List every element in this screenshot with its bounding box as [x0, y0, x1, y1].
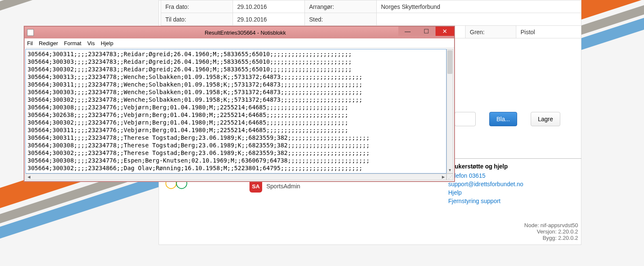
minimize-button[interactable]: — [398, 27, 417, 36]
support-phone[interactable]: Telefon 03615 [448, 171, 523, 180]
close-button[interactable]: ✕ [436, 27, 454, 36]
fra-dato-value: 29.10.2016 [233, 0, 305, 13]
til-dato-label: Til dato: [161, 13, 233, 26]
sted-value [377, 13, 581, 26]
button-row: Bla... Lagre [455, 112, 560, 126]
scroll-right-icon[interactable]: ▶ [440, 174, 446, 180]
gren-label: Gren: [466, 26, 516, 38]
menu-hjelp[interactable]: Hjelp [101, 40, 113, 46]
menu-vis[interactable]: Vis [87, 40, 95, 46]
support-email[interactable]: support@idrettsforbundet.no [448, 180, 523, 188]
notepad-app-icon [27, 29, 34, 36]
sportsadmin-icon: SA [249, 180, 262, 193]
notepad-titlebar[interactable]: ResultEntries305664 - Notisblokk — ☐ ✕ [25, 27, 454, 38]
horizontal-scrollbar[interactable]: ◀ ▶ [25, 174, 447, 180]
resize-grip-icon[interactable]: ⋰ [447, 174, 453, 180]
build-info-line: Bygg: 2.20.0.2 [524, 235, 578, 241]
gren-value: Pistol [516, 26, 581, 38]
scroll-down-icon[interactable]: ▼ [447, 167, 453, 173]
support-remote-link[interactable]: Fjernstyring support [448, 197, 523, 205]
notepad-textarea[interactable]: 305664;300311;;;;23234783;;Reidar;Øgreid… [25, 49, 447, 174]
scroll-thumb[interactable] [447, 50, 452, 74]
browse-button[interactable]: Bla... [489, 112, 517, 126]
fra-dato-label: Fra dato: [161, 0, 233, 13]
notepad-title: ResultEntries305664 - Notisblokk [36, 30, 454, 36]
arrangor-label: Arrangør: [305, 0, 377, 13]
vertical-scrollbar[interactable]: ▲ ▼ [447, 49, 453, 174]
node-info: Node: nif-appsrvdst50 [524, 222, 578, 228]
save-button[interactable]: Lagre [531, 112, 560, 126]
sted-label: Sted: [305, 13, 377, 26]
til-dato-value: 29.10.2016 [233, 13, 305, 26]
support-heading: Brukerstøtte og hjelp [448, 163, 523, 170]
menu-rediger[interactable]: Rediger [39, 40, 58, 46]
notepad-menubar: Fil Rediger Format Vis Hjelp [25, 38, 454, 48]
sportsadmin-label: SportsAdmin [266, 183, 300, 190]
file-input-box[interactable] [455, 112, 476, 126]
arrangor-value: Norges Skytterforbund [377, 0, 581, 13]
scroll-left-icon[interactable]: ◀ [26, 174, 32, 180]
build-info: Node: nif-appsrvdst50 Versjon: 2.20.0.2 … [524, 222, 578, 241]
notepad-window[interactable]: ResultEntries305664 - Notisblokk — ☐ ✕ F… [24, 26, 455, 182]
brand-sportsadmin[interactable]: SA SportsAdmin [249, 180, 334, 193]
menu-format[interactable]: Format [64, 40, 81, 46]
maximize-button[interactable]: ☐ [417, 27, 436, 36]
menu-fil[interactable]: Fil [27, 40, 33, 46]
support-help-link[interactable]: Hjelp [448, 188, 523, 197]
version-info: Versjon: 2.20.0.2 [524, 228, 578, 235]
